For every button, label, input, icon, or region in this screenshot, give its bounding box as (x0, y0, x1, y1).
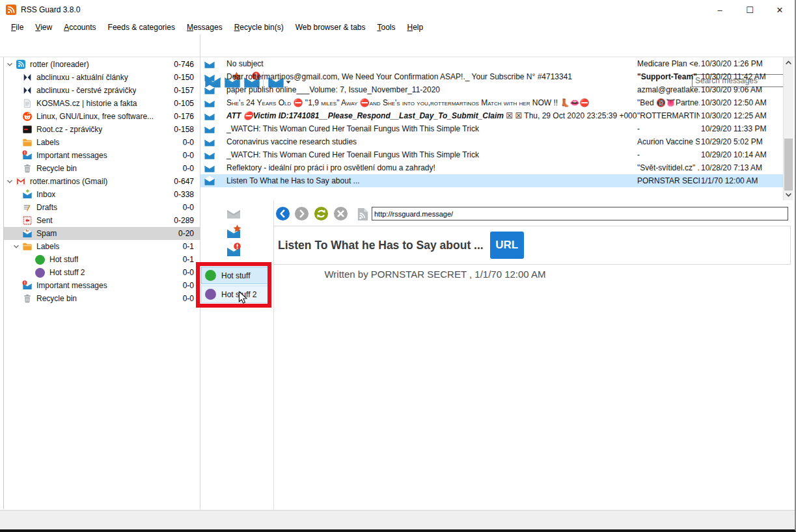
feed-row-important-messages[interactable]: Important messages0-0 (4, 149, 200, 162)
message-row-2[interactable]: Dear rottermartinos@gmail.com, We Need Y… (200, 70, 784, 83)
feed-row-abclinuxu-erstv-zpr-vi-ky[interactable]: abclinuxu - čerstvé zprávičky0-157 (4, 84, 200, 97)
chevron-down-icon[interactable] (13, 243, 22, 250)
message-row-4[interactable]: She's 24 Years Old ⛔ "1,9 miles" Away ⛔a… (200, 96, 784, 109)
message-row-3[interactable]: paper publish online___Volume: 7, Issue_… (200, 83, 784, 96)
forward-button[interactable] (294, 206, 309, 221)
unread-envelope-icon (200, 84, 226, 96)
feed-unread-count: 0-0 (183, 151, 200, 160)
feed-label: rotter.martinos (Gmail) (30, 177, 107, 186)
message-subject: _WATCH: This Woman Cured Her Toenail Fun… (226, 124, 637, 133)
menu-item-messages[interactable]: Messages (181, 21, 228, 33)
feed-unread-count: 0-338 (174, 190, 200, 199)
feed-row-labels[interactable]: Labels0-1 (4, 240, 200, 253)
unread-envelope-icon (200, 123, 226, 135)
rss-guard-window: RSS Guard 3.8.0 – ☐ ✕ FileViewAccountsFe… (0, 0, 796, 532)
feed-row-important-messages[interactable]: Important messages0-0 (4, 279, 200, 292)
message-row-8[interactable]: _WATCH: This Woman Cured Her Toenail Fun… (200, 148, 784, 161)
feed-row-recycle-bin[interactable]: Recycle bin0-0 (4, 292, 200, 305)
minimize-button[interactable]: – (705, 0, 735, 20)
feed-row-rotter-martinos-gmail[interactable]: rotter.martinos (Gmail)0-647 (4, 175, 200, 188)
menu-item-file[interactable]: File (5, 21, 29, 33)
message-date: 10/30/20 12:50 AM (700, 98, 784, 107)
feed-row-spam[interactable]: Spam0-20 (4, 227, 200, 240)
maximize-button[interactable]: ☐ (735, 0, 765, 20)
feed-row-hot-stuff-2[interactable]: Hot stuff 20-0 (4, 266, 200, 279)
close-button[interactable]: ✕ (765, 0, 795, 20)
folder-icon (22, 137, 33, 148)
menubar: FileViewAccountsFeeds & categoriesMessag… (0, 20, 795, 34)
message-row-1[interactable]: No subjectMedicare Plan <e...10/30/20 1:… (200, 57, 784, 70)
feed-unread-count: 0-0 (183, 268, 200, 277)
feed-row-drafts[interactable]: Drafts0-0 (4, 201, 200, 214)
mark-important-icon[interactable] (226, 224, 241, 240)
message-author: Medicare Plan <e... (637, 59, 700, 68)
feed-label: Labels (36, 138, 59, 147)
message-author: PORNSTAR SECR... (637, 176, 700, 185)
feed-row-recycle-bin[interactable]: Recycle bin0-0 (4, 162, 200, 175)
open-url-button[interactable]: URL (490, 232, 524, 259)
label-chip-hot-stuff[interactable]: Hot stuff (201, 267, 268, 284)
menu-item-help[interactable]: Help (402, 21, 430, 33)
message-subject: She's 24 Years Old ⛔ "1,9 miles" Away ⛔a… (226, 98, 637, 107)
feed-row-rotter-inoreader[interactable]: rotter (Inoreader)0-746 (4, 58, 200, 71)
envelope-exclaim-tl-icon (22, 150, 33, 161)
unread-envelope-icon (200, 136, 226, 148)
feed-row-linux-gnu-linux-free-software[interactable]: Linux, GNU/Linux, free software...0-176 (4, 110, 200, 123)
menu-item-accounts[interactable]: Accounts (58, 21, 102, 33)
message-date: 1/1/70 12:00 AM (700, 176, 784, 185)
message-alert-icon[interactable] (226, 243, 241, 258)
menu-item-tools[interactable]: Tools (372, 21, 402, 33)
message-row-7[interactable]: Coronavirus vaccine research studiesAcur… (200, 135, 784, 148)
back-button[interactable] (275, 206, 290, 221)
message-date: 10/30/20 1:26 PM (700, 59, 784, 68)
message-author: "ROTTERMARTIN... (637, 111, 700, 120)
message-subject: Dear rottermartinos@gmail.com, We Need Y… (226, 72, 637, 81)
label-chip-hot-stuff-2[interactable]: Hot stuff 2 (201, 286, 268, 303)
chevron-down-icon[interactable] (7, 178, 16, 185)
scroll-up-icon[interactable] (785, 59, 792, 66)
scrollbar-thumb[interactable] (784, 139, 793, 191)
menu-item-web-browser-tabs[interactable]: Web browser & tabs (290, 21, 372, 33)
feeds-panel: rotter (Inoreader)0-746abclinuxu - aktuá… (3, 57, 200, 509)
stop-load-button[interactable] (333, 206, 348, 221)
kosmas-icon (22, 98, 33, 109)
message-date: 10/29/20 5:02 PM (700, 137, 784, 146)
feed-row-labels[interactable]: Labels0-0 (4, 136, 200, 149)
message-row-6[interactable]: _WATCH: This Woman Cured Her Toenail Fun… (200, 122, 784, 135)
feed-row-hot-stuff[interactable]: Hot stuff0-1 (4, 253, 200, 266)
window-controls: – ☐ ✕ (705, 0, 795, 20)
message-list-scrollbar[interactable] (783, 57, 793, 200)
message-row-10[interactable]: Listen To What he Has to Say about ...PO… (200, 174, 784, 187)
menu-item-feeds-categories[interactable]: Feeds & categories (102, 21, 181, 33)
feed-row-sent[interactable]: Sent0-289 (4, 214, 200, 227)
message-row-9[interactable]: Reflektory - ideální pro práci i pro osv… (200, 161, 784, 174)
mark-read-toggle-icon[interactable] (226, 205, 241, 220)
feed-row-inbox[interactable]: Inbox0-338 (4, 188, 200, 201)
rootcz-icon (22, 124, 33, 135)
feed-label: Inbox (36, 190, 55, 199)
message-row-5[interactable]: ATT ⛔Victim ID:1741081__Please_Respond__… (200, 109, 784, 122)
envelope-exclaim-tl-icon (22, 280, 33, 291)
feed-row-abclinuxu-aktu-ln-l-nky[interactable]: abclinuxu - aktuální články0-150 (4, 71, 200, 84)
feed-label: Recycle bin (36, 164, 77, 173)
feed-label: Root.cz - zprávičky (36, 125, 102, 134)
trash-icon (22, 293, 33, 304)
reload-button[interactable] (314, 206, 329, 221)
menu-item-view[interactable]: View (29, 21, 58, 33)
feed-unread-count: 0-20 (178, 229, 200, 238)
message-date: 10/29/20 11:33 PM (700, 124, 784, 133)
reddit-icon (22, 111, 33, 122)
message-date: 10/30/20 9:06 AM (700, 85, 784, 94)
rss-feed-icon (355, 207, 368, 220)
feed-row-root-cz-zpr-vi-ky[interactable]: Root.cz - zprávičky0-158 (4, 123, 200, 136)
url-input[interactable] (372, 207, 788, 220)
feed-row-kosmas-cz-historie-a-fakta[interactable]: KOSMAS.cz | historie a fakta0-105 (4, 97, 200, 110)
unread-envelope-icon (200, 71, 226, 83)
message-author: azmal@greatlake... (637, 85, 700, 94)
feed-unread-count: 0-105 (174, 99, 200, 108)
scroll-down-icon[interactable] (785, 191, 792, 198)
message-author: Acurion Vaccine S... (637, 137, 700, 146)
message-author: "Bed 🔞👅Partne... (637, 98, 700, 107)
menu-item-recycle-bin-s[interactable]: Recycle bin(s) (228, 21, 290, 33)
chevron-down-icon[interactable] (7, 61, 16, 68)
